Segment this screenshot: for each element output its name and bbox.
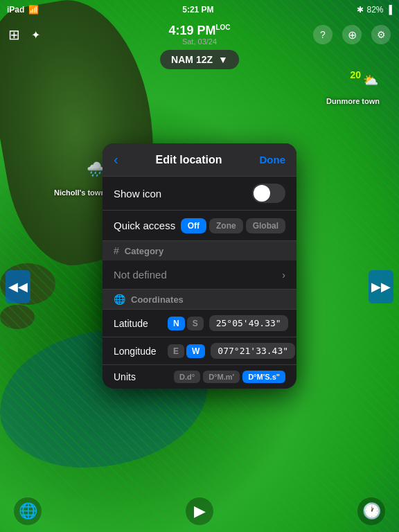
toggle-knob <box>254 185 270 202</box>
quick-access-global[interactable]: Global <box>246 218 285 233</box>
quick-access-off[interactable]: Off <box>181 218 206 233</box>
quick-access-row: Quick access Off Zone Global <box>103 211 296 241</box>
unit-dd-button[interactable]: D.d° <box>174 371 200 383</box>
modal-header: ‹ Edit location Done <box>103 143 296 177</box>
longitude-ew-buttons: E W <box>168 344 205 358</box>
coordinates-header-label: Coordinates <box>131 294 184 305</box>
longitude-label: Longitude <box>114 346 162 357</box>
category-header-label: Category <box>125 246 163 256</box>
modal-done-button[interactable]: Done <box>259 154 285 166</box>
modal-title: Edit location <box>156 154 222 166</box>
category-value: Not defined <box>114 269 167 281</box>
category-chevron: › <box>282 269 285 281</box>
quick-access-buttons: Off Zone Global <box>181 218 285 233</box>
coordinates-globe-icon: 🌐 <box>114 294 125 305</box>
show-icon-label: Show icon <box>114 188 161 200</box>
category-hash-icon: # <box>114 245 119 256</box>
units-row: Units D.d° D°M.m' D°M'S.s" <box>103 365 296 389</box>
units-label: Units <box>114 371 162 382</box>
show-icon-toggle[interactable] <box>252 184 285 203</box>
latitude-ns-buttons: N S <box>168 317 204 330</box>
latitude-value[interactable]: 25°05'49.33" <box>209 315 288 331</box>
modal-overlay: ‹ Edit location Done Show icon Quick acc… <box>0 0 399 532</box>
units-buttons: D.d° D°M.m' D°M'S.s" <box>174 371 285 383</box>
latitude-n-button[interactable]: N <box>168 317 185 330</box>
unit-dm-button[interactable]: D°M.m' <box>203 371 240 383</box>
quick-access-label: Quick access <box>114 220 175 231</box>
latitude-label: Latitude <box>114 318 162 329</box>
coordinates-section-header: 🌐 Coordinates <box>103 290 296 310</box>
latitude-row: Latitude N S 25°05'49.33" <box>103 310 296 337</box>
modal-back-button[interactable]: ‹ <box>114 152 118 168</box>
longitude-e-button[interactable]: E <box>168 344 184 358</box>
quick-access-zone[interactable]: Zone <box>209 218 243 233</box>
longitude-row: Longitude E W 077°21'33.43" <box>103 337 296 365</box>
longitude-value[interactable]: 077°21'33.43" <box>211 343 295 359</box>
show-icon-row: Show icon <box>103 177 296 211</box>
category-section-header: # Category <box>103 241 296 260</box>
edit-location-modal: ‹ Edit location Done Show icon Quick acc… <box>103 143 296 389</box>
category-row[interactable]: Not defined › <box>103 260 296 290</box>
latitude-s-button[interactable]: S <box>187 317 204 330</box>
unit-dms-button[interactable]: D°M'S.s" <box>242 371 285 383</box>
longitude-w-button[interactable]: W <box>186 344 205 358</box>
